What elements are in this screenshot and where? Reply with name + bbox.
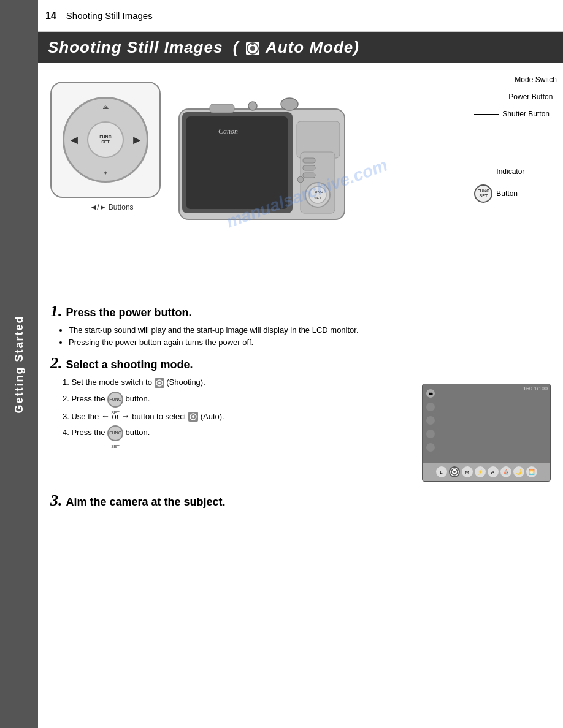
callouts-right: Mode Switch Power Button Shutter Button … <box>474 75 557 203</box>
page-main-title: Shooting Still Images ( Auto Mode) <box>48 38 359 57</box>
svg-point-9 <box>281 98 298 110</box>
mode-icon-1: L <box>436 466 447 477</box>
header-title: Shooting Still Images <box>66 10 153 21</box>
right-arrow-inline: → <box>121 411 130 421</box>
callout-mode-switch: Mode Switch <box>474 75 557 84</box>
func-set-button-inline-1[interactable]: FUNCSET <box>107 392 123 408</box>
control-pad: ◄ ► ⛰ ♦ FUNCSET <box>50 82 161 198</box>
mode-selector-image: 160 1/100 🏔 L <box>422 384 551 482</box>
left-arrow-inline: ← <box>101 411 110 421</box>
sub-step-2: 2. Press the FUNCSET button. <box>63 392 410 408</box>
step-3-number: 3. <box>50 491 63 510</box>
steps-section: 1. Press the power button. The start-up … <box>38 290 563 520</box>
auto-mode-badge: ( Auto Mode) <box>233 38 359 56</box>
callout-shutter-button: Shutter Button <box>474 110 557 118</box>
svg-rect-16 <box>303 165 315 170</box>
step-1-title: Press the power button. <box>66 306 192 319</box>
step-1-number: 1. <box>50 302 63 320</box>
svg-point-25 <box>453 471 456 473</box>
step-1-bullet-1: The start-up sound will play and the sta… <box>69 325 551 335</box>
mode-icon-8: 🌅 <box>526 466 537 477</box>
step-3-title: Aim the camera at the subject. <box>66 496 226 509</box>
step-2-header: 2. Select a shooting mode. <box>50 354 551 373</box>
arrow-right-icon: ► <box>131 133 143 147</box>
svg-text:SET: SET <box>314 196 321 200</box>
mode-icon-auto[interactable] <box>449 466 460 477</box>
step-3-header: 3. Aim the camera at the subject. <box>50 491 551 510</box>
main-content: 14 Shooting Still Images Shooting Still … <box>38 0 563 728</box>
mode-icon-4: ⚡ <box>475 466 486 477</box>
page-number: 14 <box>45 10 56 21</box>
mode-icon-7: 🌙 <box>513 466 524 477</box>
pad-label: ◄/► Buttons <box>50 203 173 211</box>
sidebar: Getting Started <box>0 0 38 728</box>
svg-point-21 <box>158 382 161 384</box>
svg-rect-17 <box>303 173 315 178</box>
sidebar-label: Getting Started <box>13 315 26 413</box>
step-1-bullets: The start-up sound will play and the sta… <box>69 325 551 347</box>
control-pad-container: ◄ ► ⛰ ♦ FUNCSET ◄/► Buttons <box>50 82 173 216</box>
callout-func-set: FUNCSET Button <box>474 184 557 203</box>
func-set-center-button[interactable]: FUNCSET <box>87 121 124 158</box>
header-bar: 14 Shooting Still Images <box>38 0 563 32</box>
camera-svg: FUNC SET Canon <box>161 72 357 244</box>
svg-point-23 <box>192 415 194 418</box>
camera-diagram: ◄ ► ⛰ ♦ FUNCSET ◄/► Buttons <box>38 63 563 290</box>
callout-power-button: Power Button <box>474 93 557 101</box>
mode-icon-3: M <box>462 466 473 477</box>
sub-step-3: 3. Use the ← or → button to select (Auto… <box>63 411 410 422</box>
svg-point-1 <box>250 46 255 51</box>
sub-step-1: 1. Set the mode switch to (Shooting). <box>63 377 410 388</box>
arrow-left-icon: ◄ <box>68 133 80 147</box>
func-set-button-inline-2[interactable]: FUNCSET <box>107 425 123 441</box>
step-1-bullet-2: Pressing the power button again turns th… <box>69 338 551 347</box>
title-section: Shooting Still Images ( Auto Mode) <box>38 32 563 63</box>
mode-selector-container: 1. Set the mode switch to (Shooting). 2.… <box>50 377 551 482</box>
ring-bottom-icon: ♦ <box>104 169 107 176</box>
mode-icon-5: A <box>488 466 499 477</box>
mode-icon-6: ⛵ <box>500 466 511 477</box>
callout-indicator: Indicator <box>474 167 557 176</box>
step-1-header: 1. Press the power button. <box>50 302 551 320</box>
step-2-title: Select a shooting mode. <box>66 358 193 371</box>
svg-text:FUNC: FUNC <box>313 190 323 194</box>
svg-rect-2 <box>251 44 254 45</box>
svg-rect-7 <box>210 104 234 113</box>
svg-point-12 <box>309 186 326 203</box>
camera-illustration: FUNC SET Canon <box>161 72 357 246</box>
mode-icon-bar: L M ⚡ A ⛵ 🌙 🌅 <box>423 463 550 481</box>
nav-ring: ◄ ► ⛰ ♦ FUNCSET <box>63 97 148 183</box>
svg-point-8 <box>248 102 257 110</box>
svg-point-18 <box>297 176 304 183</box>
ring-top-icon: ⛰ <box>102 104 109 110</box>
sub-step-4: 4. Press the FUNCSET button. <box>63 425 410 441</box>
sub-steps-list: 1. Set the mode switch to (Shooting). 2.… <box>63 377 410 445</box>
svg-text:Canon: Canon <box>218 127 238 135</box>
svg-rect-15 <box>303 158 315 163</box>
step-2-number: 2. <box>50 354 63 373</box>
